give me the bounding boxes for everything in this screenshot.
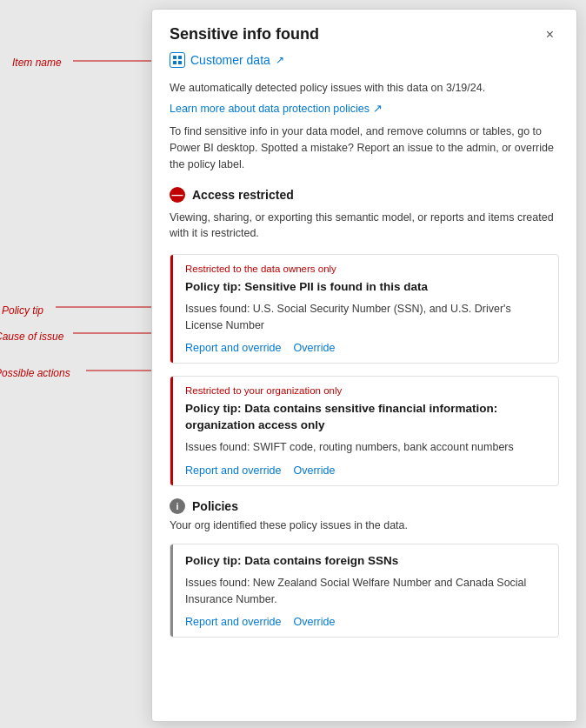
info-circle-icon: i (170, 498, 185, 514)
policy-actions-1: Report and override Override (185, 342, 546, 354)
auto-detect-text: We automatically detected policy issues … (170, 80, 559, 97)
icon-dot-4 (178, 61, 182, 64)
item-icon-grid (173, 56, 182, 64)
policy-issues-2: Issues found: SWIFT code, routing number… (185, 439, 546, 456)
sensitive-info-dialog: Sensitive info found × Customer data ↗ W… (151, 9, 577, 722)
access-restricted-title: Access restricted (192, 188, 294, 202)
policy-card-1: Restricted to the data owners only Polic… (170, 254, 559, 364)
policy-card-1-inner: Restricted to the data owners only Polic… (170, 255, 558, 363)
override-link-2[interactable]: Override (293, 464, 335, 477)
policy-actions-2: Report and override Override (185, 464, 546, 477)
policy-tip-title-2: Policy tip: Data contains sensitive fina… (185, 401, 546, 434)
report-override-link-3[interactable]: Report and override (185, 616, 281, 628)
item-icon (170, 52, 185, 68)
icon-dot-1 (173, 56, 176, 59)
icon-dot-3 (173, 61, 176, 64)
policy-actions-3: Report and override Override (185, 616, 546, 628)
policy-card-2-inner: Restricted to your organization only Pol… (170, 377, 558, 485)
policies-section-desc: Your org identified these policy issues … (170, 519, 559, 531)
restricted-label-2: Restricted to your organization only (185, 385, 546, 396)
override-link-1[interactable]: Override (293, 342, 335, 354)
learn-more-link[interactable]: Learn more about data protection policie… (170, 102, 383, 115)
dialog-header: Sensitive info found × (152, 10, 576, 52)
policy-card-2: Restricted to your organization only Pol… (170, 376, 559, 486)
learn-more-icon: ↗ (373, 102, 383, 115)
restricted-label-1: Restricted to the data owners only (185, 264, 546, 274)
policy-card-3: Policy tip: Data contains foreign SSNs I… (170, 544, 559, 638)
access-restricted-desc: Viewing, sharing, or exporting this sema… (170, 210, 559, 243)
learn-more-label: Learn more about data protection policie… (170, 103, 370, 115)
access-restricted-icon: — (170, 187, 185, 203)
policy-tip-title-1: Policy tip: Sensitive PII is found in th… (185, 279, 546, 296)
icon-dot-2 (178, 56, 182, 59)
item-name-row: Customer data ↗ (170, 52, 559, 68)
item-external-link-icon: ↗ (276, 54, 284, 66)
instructions-text: To find sensitive info in your data mode… (170, 124, 559, 172)
override-link-3[interactable]: Override (293, 616, 335, 628)
policies-section-header: i Policies (170, 498, 559, 514)
item-name-link[interactable]: Customer data (190, 53, 270, 67)
policy-issues-3: Issues found: New Zealand Social Welfare… (185, 575, 546, 608)
close-button[interactable]: × (541, 26, 559, 43)
report-override-link-1[interactable]: Report and override (185, 342, 281, 354)
report-override-link-2[interactable]: Report and override (185, 464, 281, 477)
policy-tip-title-3: Policy tip: Data contains foreign SSNs (185, 553, 546, 570)
policies-section-title: Policies (192, 499, 238, 513)
access-restricted-header: — Access restricted (170, 187, 559, 203)
policy-card-3-inner: Policy tip: Data contains foreign SSNs I… (170, 544, 558, 637)
policy-issues-1: Issues found: U.S. Social Security Numbe… (185, 301, 546, 334)
dialog-body: Customer data ↗ We automatically detecte… (152, 52, 576, 667)
dialog-title: Sensitive info found (170, 25, 319, 43)
